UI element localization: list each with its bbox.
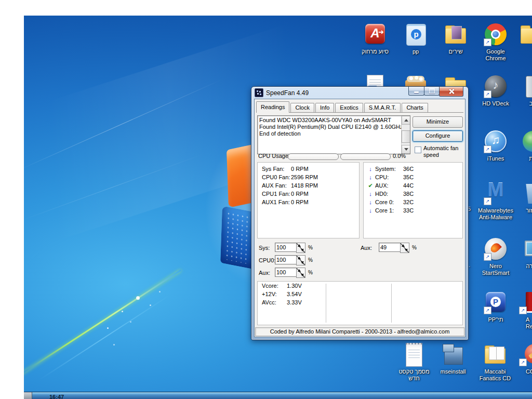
desktop-icon-pp[interactable]: p pp (396, 22, 435, 55)
music-folder-icon (443, 22, 468, 47)
desktop-icon-itunes[interactable]: ♫ ↗ iTunes (476, 129, 515, 162)
tab-exotics[interactable]: Exotics (335, 103, 363, 112)
scrollbar[interactable] (401, 116, 410, 154)
tab-clock[interactable]: Clock (290, 103, 314, 112)
aux2-speed-spinner[interactable] (400, 243, 409, 253)
icon-label: mseinstall (433, 368, 473, 375)
taskbar-clock[interactable]: 16:47 (49, 394, 64, 399)
aux2-speed-input[interactable] (379, 243, 402, 252)
desktop-icon-google-chrome[interactable]: ↗ Google Chrome (476, 22, 515, 62)
detection-line: Found WDC WD3200AAKS-00VYA0 on AdvSMART (258, 116, 410, 124)
cpu-usage-label: CPU Usage (258, 153, 288, 159)
temperature-row: ↓Core 0:32C (367, 198, 462, 206)
desktop-icon-new-text-document[interactable]: מסמך טקסט חדש (394, 342, 434, 382)
scrollbar-thumb[interactable] (402, 130, 410, 143)
minimize-button[interactable]: Minimize (413, 116, 463, 128)
desktop-icon-recycle-bin-cut[interactable]: חזור (511, 181, 532, 214)
icon-label: סיוע מרחוק (355, 48, 395, 55)
tab-info[interactable]: Info (315, 103, 334, 112)
cd-folder-icon (483, 342, 508, 367)
icon-label: Fanatics CD (475, 375, 515, 382)
installer-icon (441, 342, 466, 367)
icon-label: קרה (511, 263, 532, 270)
temp-down-arrow-icon: ↓ (367, 198, 374, 206)
temperature-row: ↓CPU:35C (367, 173, 462, 181)
automatic-fan-speed-checkbox[interactable] (415, 147, 421, 153)
sys-speed-input[interactable] (275, 243, 298, 252)
wallpaper-green-streak (24, 270, 181, 376)
minimize-window-button[interactable] (408, 87, 424, 96)
fan-reading-row: AUX1 Fan:0 RPM (262, 198, 359, 206)
detection-line: End of detection (258, 130, 410, 137)
desktop-icon-adobe-reader-cut[interactable]: ↗ A Re (511, 290, 532, 330)
shortcut-arrow-icon: ↗ (484, 253, 491, 261)
cpu0-speed-spinner[interactable] (296, 255, 305, 265)
taskbar[interactable]: 16:47 (24, 392, 532, 399)
icon-label: Anti-Malware (476, 214, 515, 221)
temperature-row: ↓HD0:38C (367, 190, 462, 198)
icon-label: שירים (436, 48, 475, 55)
nero-startsmart-icon: ↗ (483, 236, 508, 261)
aux-speed-input[interactable] (275, 268, 298, 277)
desktop-icon-folder-cut[interactable] (511, 22, 532, 47)
hd-vdeck-icon: ♪ ↗ (483, 74, 508, 99)
tab-readings[interactable]: Readings (256, 101, 289, 113)
desktop-icon-ccleaner-cut[interactable]: ↗ CO (511, 342, 532, 375)
percent-sign: % (308, 257, 313, 263)
window-titlebar[interactable]: SpeedFan 4.49 (251, 87, 468, 99)
icon-label: A (526, 316, 532, 323)
desktop-icon-device-cut[interactable]: ב (511, 74, 532, 107)
temp-down-arrow-icon: ↓ (367, 190, 374, 198)
aux-speed-spinner[interactable] (296, 268, 305, 278)
icon-label: CO (526, 368, 532, 375)
icon-label: iTunes (476, 155, 515, 162)
temp-check-icon: ✔ (367, 181, 374, 190)
icon-label: Google (476, 48, 515, 55)
configure-button[interactable]: Configure (413, 130, 463, 142)
tab-bar: Readings Clock Info Exotics S.M.A.R.T. C… (256, 101, 463, 113)
temp-down-arrow-icon: ↓ (367, 173, 374, 181)
shortcut-arrow-icon: ↗ (484, 90, 491, 98)
icon-label: Maccabi (475, 368, 515, 375)
desktop-icon-control-panel-cut[interactable]: קרה (511, 236, 532, 270)
desktop-icon-ppti[interactable]: P ↗ PP"תי (476, 290, 515, 323)
shortcut-arrow-icon: ↗ (519, 358, 527, 366)
desktop-icon-hd-vdeck[interactable]: ♪ ↗ HD VDeck (476, 74, 515, 107)
icon-label: ב (511, 100, 532, 107)
sys-speed-spinner[interactable] (296, 243, 305, 253)
desktop-icon-mseinstall[interactable]: mseinstall (433, 342, 473, 375)
icon-label: מסמך טקסט (394, 368, 434, 375)
sys-speed-label: Sys: (259, 245, 270, 251)
checkbox-label: Automatic fan (423, 145, 458, 151)
detection-log[interactable]: Found WDC WD3200AAKS-00VYA0 on AdvSMART … (257, 115, 410, 154)
desktop-icon-malwarebytes[interactable]: M ↗ Malwarebytes Anti-Malware (476, 181, 515, 221)
wallpaper-blue-streak (39, 295, 170, 380)
maximize-window-button[interactable] (424, 87, 440, 96)
desktop-icon-maccabi-cd[interactable]: Maccabi Fanatics CD (475, 342, 515, 382)
status-bar: Coded by Alfredo Milani Comparetti - 200… (255, 327, 464, 336)
show-desktop-button[interactable] (24, 392, 32, 399)
text-document-icon (402, 342, 427, 367)
remote-assist-icon: A➜ (363, 22, 388, 47)
wallpaper-sparkles (107, 327, 109, 329)
temperature-readings-panel: ↓System:36C ↓CPU:35C ✔AUX:44C ↓HD0:38C ↓… (363, 162, 463, 238)
temperature-row: ↓System:36C (367, 165, 462, 173)
cpu0-speed-input[interactable] (275, 255, 298, 264)
desktop-icon-remote-assist[interactable]: A➜ סיוע מרחוק (355, 22, 395, 55)
percent-sign: % (412, 245, 417, 250)
icon-label: HD VDeck (476, 100, 515, 107)
speedfan-window: SpeedFan 4.49 Readings Clock Info Exotic… (251, 86, 469, 340)
folder-icon (518, 22, 532, 47)
detection-line: Found Intel(R) Pentium(R) Dual CPU E2140… (258, 124, 410, 130)
close-window-button[interactable] (439, 87, 463, 97)
tab-charts[interactable]: Charts (402, 103, 428, 112)
shortcut-arrow-icon: ↗ (484, 145, 491, 153)
tab-smart[interactable]: S.M.A.R.T. (364, 103, 401, 112)
desktop-icon-nero-startsmart[interactable]: ↗ Nero StartSmart (476, 236, 515, 276)
percent-sign: % (308, 245, 313, 250)
desktop-icon-songs-folder[interactable]: שירים (436, 22, 475, 55)
scroll-up-icon[interactable] (402, 116, 410, 125)
temperature-row: ✔AUX:44C (367, 181, 462, 190)
icon-label: חזור (511, 207, 532, 214)
desktop-icon-network-cut[interactable]: ת (511, 129, 532, 162)
